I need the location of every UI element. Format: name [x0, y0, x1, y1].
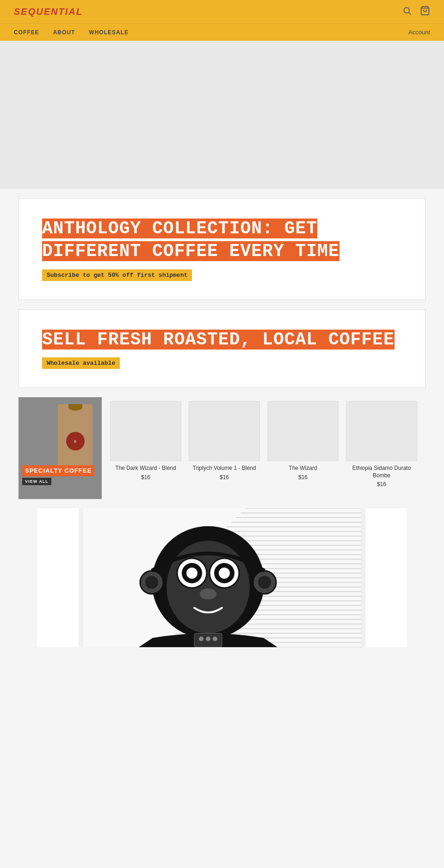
- cart-icon[interactable]: [420, 6, 430, 18]
- logo[interactable]: SEQUENTIAL: [14, 6, 83, 17]
- nav-wholesale[interactable]: WHOLESALE: [89, 29, 129, 36]
- product-image-1: [110, 401, 181, 461]
- svg-line-1: [409, 12, 411, 14]
- svg-point-0: [404, 7, 409, 13]
- product-item[interactable]: The Wizard $16: [264, 397, 342, 491]
- wholesale-subtitle: Wholesale available: [42, 357, 120, 369]
- product-item[interactable]: Ethiopia Sidamo Durato Bombe $16: [342, 397, 421, 491]
- svg-point-51: [213, 637, 217, 641]
- feature-background: S SPECIALTY COFFEE VIEW ALL: [18, 397, 102, 499]
- products-row: S SPECIALTY COFFEE VIEW ALL The Dark Wiz: [18, 397, 426, 499]
- product-item[interactable]: Triptych Volume 1 - Blend $16: [185, 397, 264, 491]
- product-image-4: [346, 401, 417, 461]
- product-name-4: Ethiopia Sidamo Durato Bombe: [346, 465, 417, 479]
- svg-point-39: [186, 568, 197, 579]
- product-name-1: The Dark Wizard - Blend: [110, 465, 181, 472]
- nav-coffee[interactable]: COFFEE: [14, 29, 39, 36]
- illustration-svg: [83, 508, 361, 647]
- nav-bar: COFFEE ABOUT WHOLESALE Account: [0, 23, 444, 41]
- product-price-2: $16: [189, 474, 260, 481]
- svg-point-42: [219, 568, 230, 579]
- svg-point-50: [206, 637, 210, 641]
- product-price-4: $16: [346, 481, 417, 487]
- svg-point-45: [145, 576, 158, 589]
- product-name-3: The Wizard: [267, 465, 339, 472]
- wholesale-banner[interactable]: SELL FRESH ROASTED, LOCAL COFFEE Wholesa…: [18, 309, 426, 388]
- specialty-coffee-feature[interactable]: S SPECIALTY COFFEE VIEW ALL: [18, 397, 102, 499]
- product-price-1: $16: [110, 474, 181, 481]
- svg-point-43: [200, 588, 216, 599]
- bottom-section: [37, 508, 407, 647]
- anthology-subtitle: Subscribe to get 50% off first shipment: [42, 269, 192, 281]
- main-content: ANTHOLOGY COLLECTION: GET DIFFERENT COFF…: [0, 189, 444, 656]
- account-link[interactable]: Account: [408, 29, 430, 36]
- products-grid: The Dark Wizard - Blend $16 Triptych Vol…: [102, 397, 426, 491]
- wholesale-title: SELL FRESH ROASTED, LOCAL COFFEE: [42, 328, 402, 351]
- anthology-title: ANTHOLOGY COLLECTION: GET DIFFERENT COFF…: [42, 217, 402, 263]
- bottom-illustration: [79, 508, 365, 647]
- nav-about[interactable]: ABOUT: [53, 29, 75, 36]
- svg-point-47: [258, 576, 271, 589]
- search-icon[interactable]: [402, 6, 412, 18]
- header-icons: [402, 6, 430, 18]
- product-image-3: [267, 401, 339, 461]
- svg-point-49: [199, 637, 204, 641]
- header-top: SEQUENTIAL: [0, 0, 444, 23]
- product-image-2: [189, 401, 260, 461]
- feature-title: SPECIALTY COFFEE: [22, 465, 94, 476]
- anthology-banner[interactable]: ANTHOLOGY COLLECTION: GET DIFFERENT COFF…: [18, 198, 426, 300]
- product-name-2: Triptych Volume 1 - Blend: [189, 465, 260, 472]
- product-price-3: $16: [267, 474, 339, 481]
- view-all-button[interactable]: VIEW ALL: [22, 478, 51, 485]
- product-item[interactable]: The Dark Wizard - Blend $16: [106, 397, 185, 491]
- nav-links: COFFEE ABOUT WHOLESALE: [14, 29, 129, 36]
- hero-area: [0, 41, 444, 189]
- products-section: S SPECIALTY COFFEE VIEW ALL The Dark Wiz: [18, 397, 426, 499]
- feature-text: SPECIALTY COFFEE VIEW ALL: [22, 465, 94, 485]
